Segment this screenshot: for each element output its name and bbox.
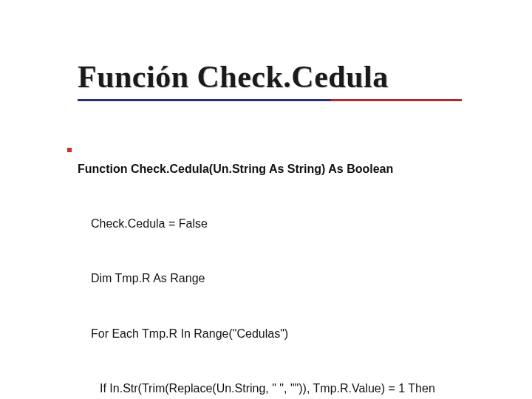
bullet-accent — [67, 148, 72, 152]
code-block: Function Check.Cedula(Un.String As Strin… — [78, 123, 532, 399]
code-line: Check.Cedula = False — [78, 215, 532, 233]
slide-title: Función Check.Cedula — [78, 59, 532, 95]
code-line: For Each Tmp.R In Range("Cedulas") — [78, 325, 532, 344]
title-underline — [78, 99, 462, 101]
code-line: If In.Str(Trim(Replace(Un.String, " ", "… — [78, 380, 532, 398]
code-line: Dim Tmp.R As Range — [78, 270, 532, 288]
slide: Función Check.Cedula Function Check.Cedu… — [0, 0, 532, 399]
code-signature: Function Check.Cedula(Un.String As Strin… — [78, 160, 532, 179]
